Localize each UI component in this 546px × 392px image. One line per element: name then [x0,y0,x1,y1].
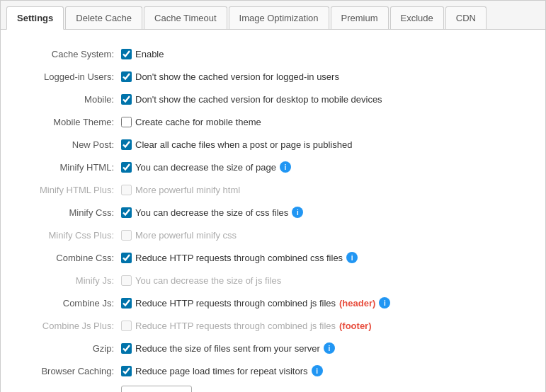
row-value-5: You can decrease the size of page i [121,161,524,173]
checkbox-13[interactable] [121,343,132,354]
info-icon-5[interactable]: i [280,161,291,173]
row-label-7: Minify Css: [22,207,121,218]
row-value-1: Don't show the cached version for logged… [121,71,524,82]
row-value-10: You can decrease the size of js files [121,275,524,286]
row-value-3: Create cache for mobile theme [121,117,524,127]
row-value-11: Reduce HTTP requests through combined js… [121,297,524,309]
form-row-5: Minify HTML:You can decrease the size of… [22,157,524,177]
form-row-11: Combine Js:Reduce HTTP requests through … [22,293,524,313]
row-text-1: Don't show the cached version for logged… [135,71,339,82]
highlight-12: (footer) [339,321,372,331]
tab-premium[interactable]: Premium [331,6,389,29]
row-label-3: Mobile Theme: [22,117,121,127]
checkbox-12 [121,321,132,331]
row-label-1: Logged-in Users: [22,71,121,82]
info-icon-13[interactable]: i [324,342,335,354]
row-value-12: Reduce HTTP requests through combined js… [121,321,524,331]
checkbox-2[interactable] [121,94,132,105]
row-value-14: Reduce page load times for repeat visito… [121,365,524,376]
checkbox-7[interactable] [121,207,132,218]
row-text-11: Reduce HTTP requests through combined js… [135,298,336,309]
row-label-5: Minify HTML: [22,162,121,173]
checkbox-6 [121,185,132,195]
row-value-7: You can decrease the size of css files i [121,207,524,218]
checkbox-11[interactable] [121,298,132,309]
form-row-13: Gzip:Reduce the size of files sent from … [22,338,524,358]
row-text-2: Don't show the cached version for deskto… [135,94,382,105]
row-text-9: Reduce HTTP requests through combined cs… [135,253,343,263]
checkbox-9[interactable] [121,253,132,263]
row-label-12: Combine Js Plus: [22,321,121,331]
row-label-13: Gzip: [22,343,121,354]
row-text-13: Reduce the size of files sent from your … [135,343,320,354]
form-row-6: Minify HTML Plus:More powerful minify ht… [22,180,524,200]
row-text-7: You can decrease the size of css files [135,207,288,218]
checkbox-0[interactable] [121,49,132,59]
row-text-4: Clear all cache files when a post or pag… [135,139,352,150]
tab-cache-timeout[interactable]: Cache Timeout [144,6,227,29]
form-row-2: Mobile:Don't show the cached version for… [22,89,524,109]
form-row-7: Minify Css:You can decrease the size of … [22,202,524,222]
row-label-8: Minify Css Plus: [22,230,121,241]
row-text-14: Reduce page load times for repeat visito… [135,366,308,376]
tab-settings[interactable]: Settings [6,6,64,30]
row-label-4: New Post: [22,139,121,150]
highlight-11: (header) [339,298,375,309]
row-text-5: You can decrease the size of page [135,162,276,173]
tab-image-optimization[interactable]: Image Optimization [229,6,329,29]
row-text-10: You can decrease the size of js files [135,275,281,286]
form-row-3: Mobile Theme:Create cache for mobile the… [22,112,524,132]
form-row-0: Cache System:Enable [22,44,524,64]
info-icon-7[interactable]: i [292,207,303,218]
row-value-13: Reduce the size of files sent from your … [121,342,524,354]
tab-delete-cache[interactable]: Delete Cache [65,6,142,29]
app-container: SettingsDelete CacheCache TimeoutImage O… [0,0,546,392]
form-row-12: Combine Js Plus:Reduce HTTP requests thr… [22,316,524,335]
form-row-1: Logged-in Users:Don't show the cached ve… [22,67,524,86]
row-text-12: Reduce HTTP requests through combined js… [135,321,336,331]
row-value-4: Clear all cache files when a post or pag… [121,139,524,150]
settings-content: Cache System:Enable Logged-in Users:Don'… [1,30,545,392]
row-value-2: Don't show the cached version for deskto… [121,94,524,105]
row-text-6: More powerful minify html [135,185,240,195]
checkbox-5[interactable] [121,162,132,173]
checkbox-3[interactable] [121,117,132,127]
row-label-11: Combine Js: [22,298,121,309]
language-select[interactable]: EnglishFrenchGermanSpanish [121,386,192,392]
row-label-6: Minify HTML Plus: [22,185,121,195]
checkbox-8 [121,230,132,241]
tab-exclude[interactable]: Exclude [390,6,444,29]
row-label-0: Cache System: [22,49,121,59]
row-label-2: Mobile: [22,94,121,105]
checkbox-14[interactable] [121,366,132,376]
language-row: Language: EnglishFrenchGermanSpanish [22,384,524,392]
language-value: EnglishFrenchGermanSpanish [121,386,524,392]
row-label-9: Combine Css: [22,253,121,263]
info-icon-14[interactable]: i [312,365,323,376]
info-icon-9[interactable]: i [346,252,358,263]
row-text-8: More powerful minify css [135,230,237,241]
form-row-9: Combine Css:Reduce HTTP requests through… [22,248,524,267]
info-icon-11[interactable]: i [379,297,390,309]
form-row-14: Browser Caching:Reduce page load times f… [22,361,524,381]
row-value-6: More powerful minify html [121,185,524,195]
row-text-0: Enable [135,49,164,59]
form-row-8: Minify Css Plus:More powerful minify css [22,225,524,245]
row-value-8: More powerful minify css [121,230,524,241]
checkbox-10 [121,275,132,286]
checkbox-4[interactable] [121,139,132,150]
row-label-14: Browser Caching: [22,366,121,376]
row-label-10: Minify Js: [22,275,121,286]
row-value-9: Reduce HTTP requests through combined cs… [121,252,524,263]
form-row-10: Minify Js:You can decrease the size of j… [22,270,524,290]
tab-bar: SettingsDelete CacheCache TimeoutImage O… [1,1,545,30]
form-row-4: New Post:Clear all cache files when a po… [22,134,524,154]
tab-cdn[interactable]: CDN [445,6,487,29]
row-text-3: Create cache for mobile theme [135,117,261,127]
checkbox-1[interactable] [121,71,132,82]
row-value-0: Enable [121,49,524,59]
